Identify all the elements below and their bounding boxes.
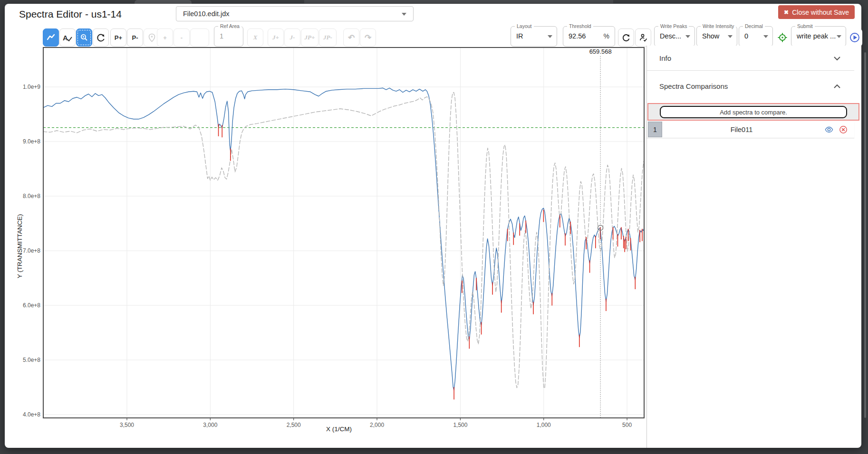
info-section-header[interactable]: Info [647,46,854,71]
y-tick-label: 9.0e+8 [23,138,40,145]
chevron-down-icon [685,35,690,38]
refresh-icon [622,33,631,42]
y-axis-title: Y (TRANSMITTANCE) [16,214,23,278]
close-icon: ✖ [784,9,789,16]
y-tick-label: 1.0e+9 [23,84,40,90]
file-selector-value: File010.edit.jdx [183,10,230,18]
ref-area-label: Ref Area [218,23,241,29]
write-peaks-select[interactable]: Write Peaks Desc... [654,26,695,47]
chevron-down-icon [837,35,841,38]
check-icon [67,37,72,42]
ref-area-value: 1 [220,32,223,40]
chevron-up-icon [833,84,841,89]
crosshair-target-icon [777,32,788,43]
x-axis-title: X (1/CM) [39,426,639,433]
submit-select[interactable]: Submit write peak ... [791,26,846,47]
spectra-chart[interactable]: 3,5003,0002,5002,0001,5001,0005001.0e+99… [15,44,649,438]
comparison-row[interactable]: 1 File011 [647,122,854,138]
comparisons-section-header[interactable]: Spectra Comparisons [647,71,854,101]
comparison-file-name: File011 [662,122,821,138]
magnifier-icon [80,33,88,42]
series-File010.edit.jdx [43,88,644,390]
background-strip [304,0,613,3]
chevron-down-icon [402,13,406,16]
spectra-editor-modal: Spectra Editor - us1-14 File010.edit.jdx… [5,4,861,448]
remove-comparison-icon[interactable] [839,125,848,134]
undo-icon: ↶ [348,33,355,43]
row-index-badge: 1 [648,122,662,137]
page-title: Spectra Editor - us1-14 [19,9,122,20]
add-spectra-button[interactable]: Add spectra to compare. [660,106,847,118]
percent-unit: % [604,32,609,40]
run-submit-button[interactable] [847,28,862,47]
eye-visibility-icon[interactable] [825,125,833,134]
y-tick-label: 8.0e+8 [23,193,40,199]
background-scrollbar [864,52,866,418]
y-tick-label: 4.0e+8 [23,411,40,418]
target-button[interactable] [775,28,790,47]
line-chart-icon [46,33,56,42]
side-panel: Info Spectra Comparisons Add spectra to … [647,46,854,448]
person-check-icon [639,33,648,42]
cursor-value-label: 659.568 [589,48,612,55]
refresh-arrows-icon [96,33,106,42]
map-pin-icon [148,33,156,42]
chevron-down-icon [763,35,768,38]
decimal-select[interactable]: Decimal 0 [739,26,773,47]
y-tick-label: 5.0e+8 [23,357,40,363]
chevron-down-icon [728,35,733,38]
close-without-save-button[interactable]: ✖ Close without Save [778,5,855,19]
series-File011 [43,93,644,388]
chevron-down-icon [548,35,552,38]
redo-icon: ↷ [365,33,371,43]
play-circle-icon [849,32,860,43]
file-selector-dropdown[interactable]: File010.edit.jdx [176,6,414,21]
y-tick-label: 6.0e+8 [23,302,40,309]
write-intensity-select[interactable]: Write Intensity Show [696,26,737,47]
y-tick-label: 7.0e+8 [23,247,40,254]
chevron-down-icon [833,56,841,61]
